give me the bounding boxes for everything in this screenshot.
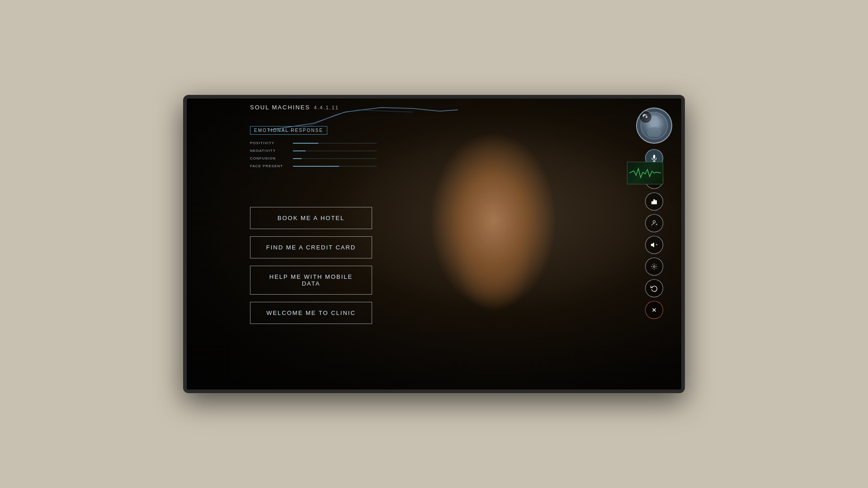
negativity-bar-fill <box>293 150 306 151</box>
mini-panel <box>627 162 663 184</box>
audio-icon <box>651 241 658 249</box>
svg-rect-2 <box>653 155 656 159</box>
face-present-bar-bg <box>293 166 377 167</box>
version-label: 4.4.1.11 <box>314 105 339 110</box>
emotion-face-present: FACE PRESENT <box>250 164 377 168</box>
negativity-label: NEGATIVITY <box>250 149 288 153</box>
chart-button[interactable] <box>645 192 663 211</box>
svg-point-1 <box>647 127 661 137</box>
chart-icon <box>651 198 658 205</box>
negativity-bar-bg <box>293 150 377 151</box>
svg-marker-15 <box>651 243 654 247</box>
close-button[interactable] <box>645 301 663 319</box>
emotional-title: EMOTIONAL RESPONSE <box>250 126 327 135</box>
logo-icon <box>642 113 649 121</box>
positivity-bar-fill <box>293 143 318 144</box>
settings-icon <box>651 263 658 270</box>
video-preview <box>636 108 672 144</box>
svg-rect-11 <box>656 201 657 204</box>
settings-button[interactable] <box>645 258 663 276</box>
emotional-panel: EMOTIONAL RESPONSE POSITIVITY NEGATIVITY… <box>250 126 377 172</box>
mic-icon <box>650 154 658 162</box>
find-credit-card-button[interactable]: FIND ME A CREDIT CARD <box>250 236 372 258</box>
brand-label: SOUL MACHINES <box>250 104 310 111</box>
positivity-bar-bg <box>293 143 377 144</box>
confusion-bar-bg <box>293 158 377 159</box>
svg-point-18 <box>653 266 655 267</box>
tv-screen: SOUL MACHINES 4.4.1.11 EMOTIONAL RESPONS… <box>183 95 685 393</box>
top-bar: SOUL MACHINES 4.4.1.11 <box>250 104 339 111</box>
person-off-button[interactable] <box>645 214 663 232</box>
close-icon <box>651 307 657 313</box>
welcome-clinic-button[interactable]: WELCOME ME TO CLINIC <box>250 302 372 324</box>
confusion-bar-fill <box>293 158 302 159</box>
mini-panel-inner <box>627 162 663 184</box>
positivity-label: POSITIVITY <box>250 141 288 145</box>
refresh-button[interactable] <box>645 279 663 297</box>
confusion-label: CONFUSION <box>250 156 288 160</box>
mobile-data-button[interactable]: HELP ME WITH MOBILE DATA <box>250 266 372 295</box>
emotion-confusion: CONFUSION <box>250 156 377 160</box>
emotion-negativity: NEGATIVITY <box>250 149 377 153</box>
face-present-label: FACE PRESENT <box>250 164 288 168</box>
svg-rect-10 <box>654 200 655 204</box>
refresh-icon <box>651 285 658 292</box>
wave-display <box>629 164 661 182</box>
audio-button[interactable] <box>645 236 663 254</box>
right-controls <box>636 108 672 319</box>
emotion-positivity: POSITIVITY <box>250 141 377 145</box>
soul-machines-logo <box>639 111 652 123</box>
svg-rect-9 <box>652 202 653 204</box>
person-off-icon <box>651 220 658 227</box>
face-present-bar-fill <box>293 166 339 167</box>
action-buttons: BOOK ME A HOTEL FIND ME A CREDIT CARD HE… <box>250 207 372 324</box>
svg-point-12 <box>653 221 655 223</box>
book-hotel-button[interactable]: BOOK ME A HOTEL <box>250 207 372 229</box>
